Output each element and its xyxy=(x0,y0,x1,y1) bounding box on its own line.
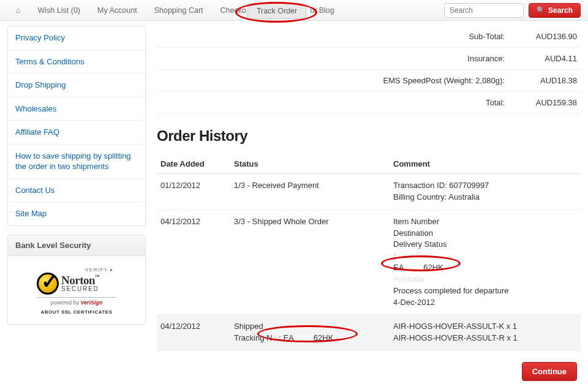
col-header-date: Date Added xyxy=(157,154,230,174)
history-status: 1/3 - Received Payment xyxy=(230,174,390,210)
subtotal-value: AUD136.90 xyxy=(516,32,577,41)
top-nav-bar: ⌂ Wish List (0) My Account Shopping Cart… xyxy=(0,0,588,21)
shipping-value: AUD18.38 xyxy=(516,76,577,85)
history-comment: Transaction ID: 607709997 Billing Countr… xyxy=(390,174,581,210)
nav-track-order[interactable]: Track Order xyxy=(247,3,306,19)
sidebar-link-privacy-policy[interactable]: Privacy Policy xyxy=(8,26,145,50)
sidebar-link-contact-us[interactable]: Contact Us xyxy=(8,179,145,203)
norton-checkmark-icon xyxy=(37,273,59,295)
sidebar-link-affiliate-faq[interactable]: Affiliate FAQ xyxy=(8,121,145,145)
history-status: Shipped Tracking No.: EA62HK xyxy=(230,315,390,351)
col-header-status: Status xyxy=(230,154,390,174)
total-value: AUD159.38 xyxy=(516,98,577,107)
nav-shopping-cart[interactable]: Shopping Cart xyxy=(146,0,212,21)
norton-seal[interactable]: VERIFY ▸ Norton™ SECURED powered by Veri… xyxy=(37,267,116,315)
col-header-comment: Comment xyxy=(390,154,581,174)
nav-checkout[interactable]: Checko xyxy=(212,0,247,21)
subtotal-label: Sub-Total: xyxy=(160,32,516,41)
search-input[interactable] xyxy=(444,3,524,18)
sidebar-link-drop-shipping[interactable]: Drop Shipping xyxy=(8,74,145,97)
history-row: 01/12/2012 1/3 - Received Payment Transa… xyxy=(157,174,581,210)
order-totals: Sub-Total: AUD136.90 Insurance: AUD4.11 … xyxy=(157,26,581,114)
history-row: 04/12/2012 3/3 - Shipped Whole Order Ite… xyxy=(157,209,581,315)
insurance-value: AUD4.11 xyxy=(516,54,577,63)
home-icon[interactable]: ⌂ xyxy=(7,0,29,21)
insurance-label: Insurance: xyxy=(160,54,516,63)
nav-wishlist[interactable]: Wish List (0) xyxy=(29,0,89,21)
search-icon: 🔍 xyxy=(537,6,545,14)
sidebar-link-split-shipping[interactable]: How to save shipping by splitting the or… xyxy=(8,145,145,179)
nav-my-account[interactable]: My Account xyxy=(89,0,146,21)
history-date: 04/12/2012 xyxy=(157,315,230,351)
sidebar-link-terms[interactable]: Terms & Conditions xyxy=(8,50,145,74)
history-date: 01/12/2012 xyxy=(157,174,230,210)
shipping-label: EMS SpeedPost (Weight: 2,080g): xyxy=(160,76,516,85)
order-history-heading: Order History xyxy=(157,127,581,145)
search-button[interactable]: 🔍Search xyxy=(529,3,581,18)
history-comment: Item Number Destination Delivery Status … xyxy=(390,209,581,315)
security-box: Bank Level Security VERIFY ▸ Norton™ SEC… xyxy=(7,235,146,325)
nav-blog[interactable]: ur Blog xyxy=(306,0,343,21)
sidebar-link-wholesales[interactable]: Wholesales xyxy=(8,97,145,121)
continue-button[interactable]: Continue xyxy=(522,362,577,381)
history-row: 04/12/2012 Shipped Tracking No.: EA62HK … xyxy=(157,315,581,351)
sidebar-link-site-map[interactable]: Site Map xyxy=(8,202,145,225)
history-status: 3/3 - Shipped Whole Order xyxy=(230,209,390,315)
history-date: 04/12/2012 xyxy=(157,209,230,315)
order-history-table: Date Added Status Comment 01/12/2012 1/3… xyxy=(157,154,581,351)
sidebar-info-links: Privacy Policy Terms & Conditions Drop S… xyxy=(7,26,146,226)
about-ssl-link[interactable]: ABOUT SSL CERTIFICATES xyxy=(37,309,116,315)
history-comment: AIR-HOGS-HOVER-ASSULT-K x 1 AIR-HOGS-HOV… xyxy=(390,315,581,351)
total-label: Total: xyxy=(160,98,516,107)
tracking-number: EA62HK xyxy=(393,263,443,272)
security-heading: Bank Level Security xyxy=(8,235,145,256)
